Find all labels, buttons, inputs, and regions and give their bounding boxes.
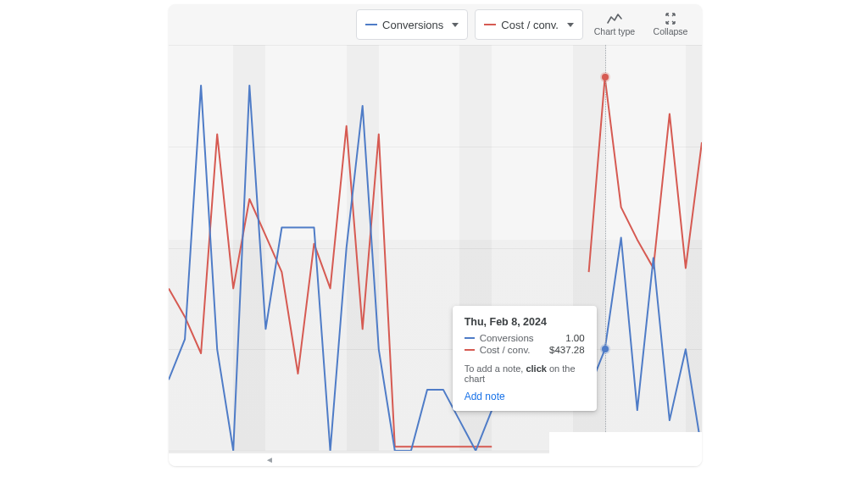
chart-lines-svg (169, 45, 702, 451)
chart-card: Conversions Cost / conv. Chart type Coll… (169, 4, 702, 466)
collapse-icon (664, 13, 677, 25)
tooltip-date: Thu, Feb 8, 2024 (465, 316, 585, 328)
overlay-cutout (549, 432, 702, 466)
tooltip-row-label: Cost / conv. (480, 345, 531, 355)
collapse-button[interactable]: Collapse (646, 8, 695, 42)
tooltip-row: Cost / conv.$437.28 (465, 345, 585, 355)
legend-dash (465, 337, 475, 339)
add-note-button[interactable]: Add note (465, 391, 585, 402)
metric-b-label: Cost / conv. (501, 19, 559, 31)
metric-a-label: Conversions (382, 19, 443, 31)
legend-dash (465, 349, 475, 351)
metric-b-dropdown[interactable]: Cost / conv. (475, 9, 583, 40)
tooltip-note-hint: To add a note, click on the chart (465, 363, 585, 384)
legend-dash-red (484, 24, 496, 25)
line-chart-icon (607, 13, 622, 25)
legend-dash-blue (365, 24, 377, 25)
chart-type-label: Chart type (594, 26, 635, 36)
chart-plot-area[interactable]: Thu, Feb 8, 2024Conversions1.00Cost / co… (169, 45, 702, 451)
scroll-handle-icon: ◄ (265, 455, 272, 464)
hover-marker-cost (602, 74, 609, 80)
tooltip-row-label: Conversions (480, 333, 534, 343)
tooltip-row-value: 1.00 (565, 333, 584, 343)
chart-toolbar: Conversions Cost / conv. Chart type Coll… (169, 4, 702, 45)
caret-down-icon (567, 23, 574, 27)
chart-type-button[interactable]: Chart type (590, 8, 639, 42)
hover-guideline (605, 45, 606, 451)
tooltip-row-value: $437.28 (549, 345, 585, 355)
collapse-label: Collapse (654, 26, 688, 36)
chart-tooltip: Thu, Feb 8, 2024Conversions1.00Cost / co… (453, 306, 597, 411)
metric-a-dropdown[interactable]: Conversions (356, 9, 468, 40)
series-line (169, 126, 492, 446)
hover-marker-conversions (602, 346, 609, 352)
caret-down-icon (452, 23, 459, 27)
tooltip-row: Conversions1.00 (465, 333, 585, 343)
